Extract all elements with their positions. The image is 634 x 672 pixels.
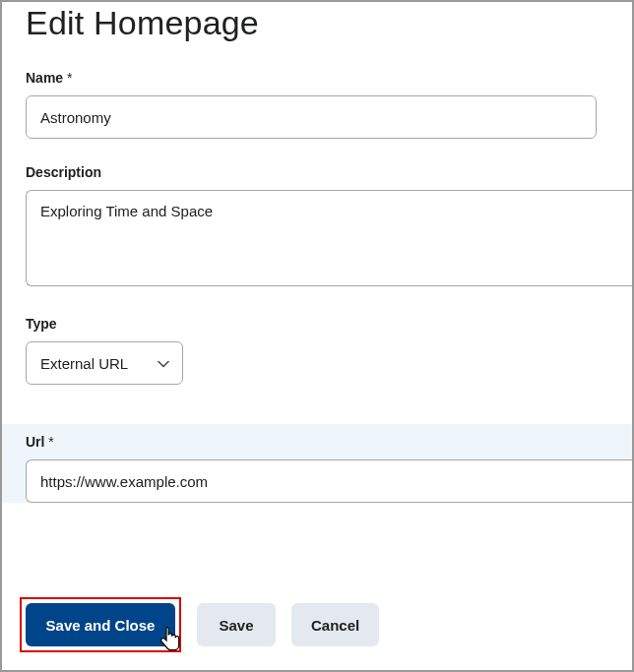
url-required-asterisk: * (48, 434, 53, 450)
cancel-button[interactable]: Cancel (291, 603, 379, 646)
url-label: Url * (26, 434, 610, 450)
description-field-group: Description Exploring Time and Space (26, 164, 608, 290)
save-button[interactable]: Save (197, 603, 276, 646)
description-input[interactable]: Exploring Time and Space (26, 190, 632, 286)
name-label-text: Name (26, 70, 63, 86)
description-label: Description (26, 164, 608, 180)
url-label-text: Url (26, 434, 44, 450)
name-label: Name * (26, 70, 608, 86)
url-section: Url * (2, 424, 634, 503)
type-select[interactable]: External URL (26, 341, 183, 385)
type-field-group: Type External URL (26, 316, 608, 385)
highlight-box: Save and Close (20, 597, 181, 652)
button-row: Save and Close Save Cancel (20, 597, 379, 652)
save-and-close-button[interactable]: Save and Close (26, 603, 175, 646)
type-label: Type (26, 316, 608, 332)
page-title: Edit Homepage (26, 4, 608, 42)
name-required-asterisk: * (67, 70, 72, 86)
url-input[interactable] (26, 459, 634, 503)
name-input[interactable] (26, 95, 597, 139)
name-field-group: Name * (26, 70, 608, 139)
